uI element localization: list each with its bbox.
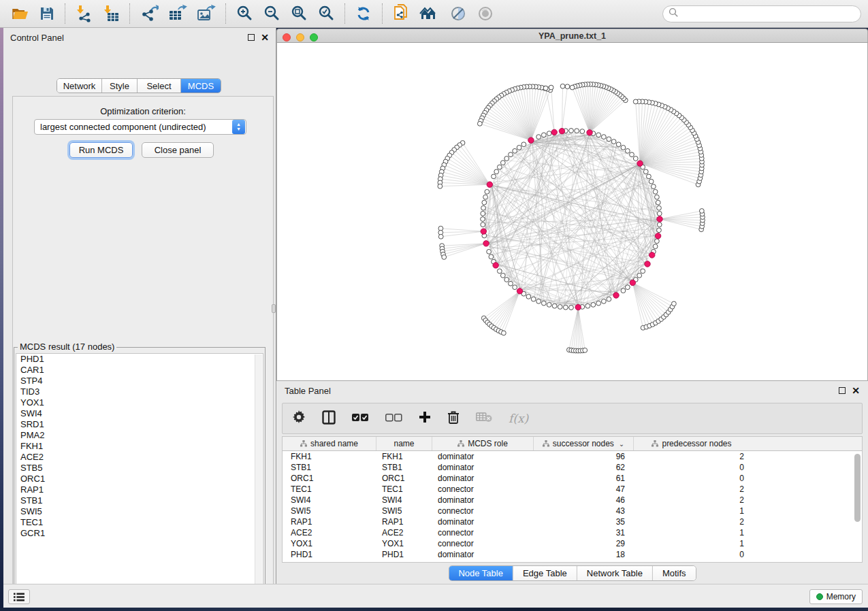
network-node[interactable] [616,142,621,147]
network-node[interactable] [487,249,492,254]
column-header-predecessor-nodes[interactable]: predecessor nodes [634,437,750,450]
network-node[interactable] [482,200,487,205]
network-node[interactable] [655,195,660,199]
mcds-hub-node[interactable] [575,304,581,310]
network-node[interactable] [575,129,579,133]
close-panel-button[interactable]: Close panel [142,142,214,158]
network-node[interactable] [699,209,704,214]
mcds-hub-node[interactable] [637,161,643,166]
tab-edge-table[interactable]: Edge Table [513,566,577,580]
network-node[interactable] [481,217,485,222]
mcds-result-item[interactable]: SWI5 [16,506,263,517]
network-node[interactable] [489,254,494,259]
table-row[interactable]: ORC1ORC1dominator610 [283,473,862,484]
mcds-result-item[interactable]: SRD1 [16,419,263,430]
network-node[interactable] [671,301,676,306]
network-node[interactable] [517,145,521,150]
splitter-handle[interactable] [272,304,276,313]
export-table-icon[interactable] [163,3,192,24]
delete-column-icon[interactable] [447,410,460,427]
network-node[interactable] [442,255,447,260]
mcds-hub-node[interactable] [587,130,592,135]
show-details-icon[interactable] [472,3,499,24]
network-node[interactable] [621,145,626,150]
network-node[interactable] [531,297,536,301]
save-icon[interactable] [34,3,60,24]
mcds-hub-node[interactable] [657,216,662,222]
import-table-icon[interactable] [97,3,125,24]
network-node[interactable] [601,135,606,139]
column-header-name[interactable]: name [376,437,432,450]
network-node[interactable] [633,99,638,104]
network-node[interactable] [513,285,517,290]
mcds-result-item[interactable]: TID3 [16,386,263,397]
network-node[interactable] [625,285,630,290]
tab-style[interactable]: Style [102,79,138,93]
table-row[interactable]: SWI4SWI4dominator462 [283,495,862,506]
minimize-window-icon[interactable] [296,33,304,42]
mcds-hub-node[interactable] [483,241,489,246]
network-node[interactable] [547,303,551,308]
tab-select[interactable]: Select [138,79,181,93]
network-node[interactable] [569,129,574,133]
mcds-result-item[interactable]: STP4 [16,376,263,386]
zoom-out-icon[interactable] [258,3,285,24]
network-node[interactable] [541,133,546,137]
network-node[interactable] [611,139,616,144]
close-window-icon[interactable] [283,33,291,42]
table-row[interactable]: FKH1FKH1dominator962 [283,451,862,462]
mcds-hub-node[interactable] [493,263,498,268]
network-node[interactable] [596,301,601,306]
network-node[interactable] [483,195,488,199]
network-node[interactable] [563,305,568,310]
network-node[interactable] [513,148,517,153]
network-node[interactable] [481,205,486,210]
mcds-hub-node[interactable] [559,129,564,134]
mcds-hub-node[interactable] [551,129,557,135]
network-node[interactable] [596,133,601,137]
add-column-icon[interactable] [419,411,431,426]
network-node[interactable] [569,306,574,310]
network-node[interactable] [481,222,485,227]
network-node[interactable] [570,85,575,90]
network-node[interactable] [536,135,541,139]
network-node[interactable] [536,299,541,303]
open-folder-icon[interactable] [7,3,34,24]
search-field[interactable] [662,5,861,22]
mcds-result-item[interactable]: TEC1 [16,517,263,528]
network-node[interactable] [504,156,509,161]
mcds-result-item[interactable]: PMA2 [16,430,263,441]
table-row[interactable]: ACE2ACE2connector311 [283,527,862,538]
network-node[interactable] [438,234,443,239]
network-node[interactable] [643,169,648,174]
network-node[interactable] [500,273,505,278]
network-node[interactable] [521,142,526,147]
run-mcds-button[interactable]: Run MCDS [69,142,133,158]
float-panel-icon[interactable] [839,387,846,394]
import-network-icon[interactable] [70,3,97,24]
network-node[interactable] [607,297,611,301]
table-row[interactable]: STB1STB1dominator620 [283,462,862,473]
search-input[interactable] [679,9,861,19]
network-node[interactable] [621,288,626,293]
close-panel-icon[interactable]: ✕ [852,387,860,394]
tab-network-table[interactable]: Network Table [577,566,653,580]
settings-gear-icon[interactable] [292,410,306,427]
network-node[interactable] [549,85,553,90]
mcds-result-item[interactable]: RAP1 [16,484,263,495]
network-node[interactable] [497,165,502,169]
network-node[interactable] [501,331,506,335]
mcds-result-item[interactable]: FKH1 [16,441,263,452]
network-node[interactable] [500,161,505,165]
network-node[interactable] [541,301,546,306]
mcds-hub-node[interactable] [517,288,522,294]
deselect-all-checkboxes-icon[interactable] [385,412,402,425]
network-node[interactable] [607,137,611,142]
network-node[interactable] [601,299,606,303]
network-node[interactable] [526,295,531,299]
mcds-result-item[interactable]: STB5 [16,463,263,474]
table-row[interactable]: RAP1RAP1dominator352 [283,516,862,527]
network-node[interactable] [438,184,443,188]
mcds-hub-node[interactable] [645,261,650,267]
zoom-selected-icon[interactable] [312,3,340,24]
